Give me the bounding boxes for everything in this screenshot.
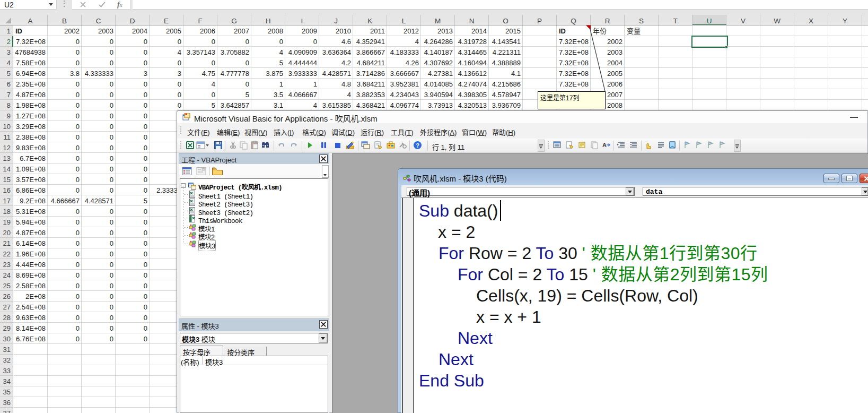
svg-text:A: A — [602, 142, 607, 148]
svg-text:?: ? — [416, 142, 419, 149]
